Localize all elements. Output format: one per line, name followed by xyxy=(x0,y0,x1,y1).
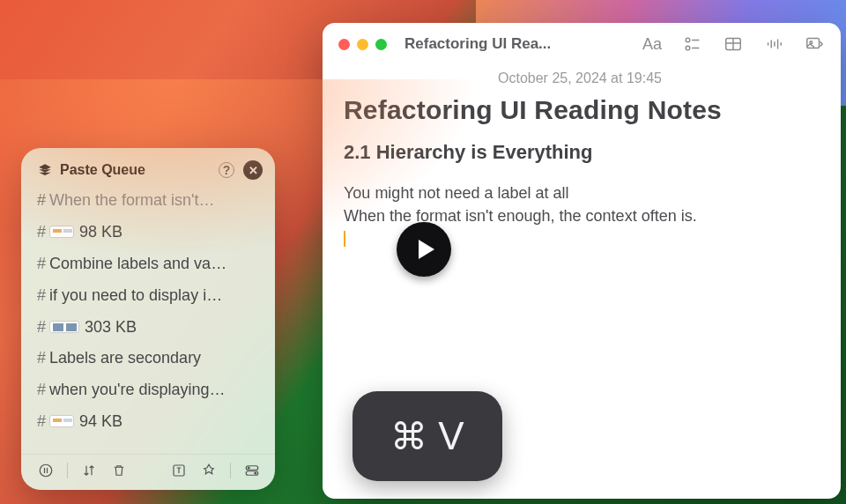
separator xyxy=(67,463,68,478)
queue-item[interactable]: #Labels are secondary xyxy=(21,343,275,374)
trash-button[interactable] xyxy=(110,462,128,479)
note-date: October 25, 2024 at 19:45 xyxy=(344,70,816,86)
thumbnail-icon xyxy=(49,415,74,427)
audio-button[interactable] xyxy=(763,33,784,55)
window-controls xyxy=(338,39,387,50)
window-title: Refactoring UI Rea... xyxy=(404,35,551,53)
note-title: Refactoring UI Reading Notes xyxy=(344,95,816,125)
table-button[interactable] xyxy=(723,33,744,55)
paste-queue-footer xyxy=(21,454,275,490)
checklist-button[interactable] xyxy=(682,33,703,55)
svg-point-6 xyxy=(686,38,690,42)
shortcut-key: V xyxy=(438,414,464,458)
queue-item-text: When the format isn't… xyxy=(49,191,215,209)
note-heading: 2.1 Hierarchy is Everything xyxy=(344,141,816,164)
queue-item-text: when you're displaying… xyxy=(49,381,226,398)
command-key-icon: ⌘ xyxy=(390,415,427,458)
thumbnail-icon xyxy=(49,226,74,238)
separator xyxy=(230,463,231,478)
queue-item[interactable]: #Combine labels and va… xyxy=(21,248,275,280)
pause-button[interactable] xyxy=(37,462,55,479)
queue-item[interactable]: #when you're displaying… xyxy=(21,374,275,406)
media-button[interactable] xyxy=(804,33,825,55)
window-close-button[interactable] xyxy=(338,39,350,50)
paste-queue-list: #When the format isn't… #98 KB #Combine … xyxy=(21,183,275,454)
pin-button[interactable] xyxy=(200,462,218,479)
queue-item-text: if you need to display i… xyxy=(49,286,222,304)
paste-queue-title: Paste Queue xyxy=(60,162,210,178)
note-line: You might not need a label at all xyxy=(344,182,816,204)
paste-queue-header: Paste Queue ? ✕ xyxy=(21,159,275,183)
notes-titlebar: Refactoring UI Rea... Aa xyxy=(323,23,841,62)
svg-point-0 xyxy=(40,464,52,477)
text-caret xyxy=(344,231,345,247)
notes-toolbar: Aa xyxy=(642,33,825,55)
svg-point-7 xyxy=(686,46,690,50)
queue-item-text: Labels are secondary xyxy=(49,349,201,367)
svg-point-5 xyxy=(254,472,256,475)
shortcut-overlay: ⌘ V xyxy=(352,391,502,481)
format-button[interactable]: Aa xyxy=(642,33,663,55)
queue-item[interactable]: #94 KB xyxy=(21,406,275,438)
queue-item-text: 98 KB xyxy=(79,223,122,241)
paste-queue-panel: Paste Queue ? ✕ #When the format isn't… … xyxy=(21,148,275,490)
queue-item-text: 303 KB xyxy=(85,318,137,336)
queue-item[interactable]: #When the format isn't… xyxy=(21,185,275,217)
close-button[interactable]: ✕ xyxy=(243,160,263,180)
queue-item-text: Combine labels and va… xyxy=(49,255,226,272)
window-zoom-button[interactable] xyxy=(375,39,387,50)
help-button[interactable]: ? xyxy=(217,160,236,180)
queue-item[interactable]: #if you need to display i… xyxy=(21,280,275,312)
queue-item-text: 94 KB xyxy=(79,412,122,430)
svg-point-4 xyxy=(248,467,250,470)
window-minimize-button[interactable] xyxy=(357,39,368,50)
queue-item[interactable]: #98 KB xyxy=(21,217,275,248)
sort-button[interactable] xyxy=(80,462,98,479)
play-button[interactable] xyxy=(397,222,451,277)
settings-toggle-button[interactable] xyxy=(243,462,261,479)
text-mode-button[interactable] xyxy=(170,462,188,479)
stack-icon xyxy=(37,162,53,178)
thumbnail-icon xyxy=(49,321,79,333)
queue-item[interactable]: #303 KB xyxy=(21,312,275,344)
